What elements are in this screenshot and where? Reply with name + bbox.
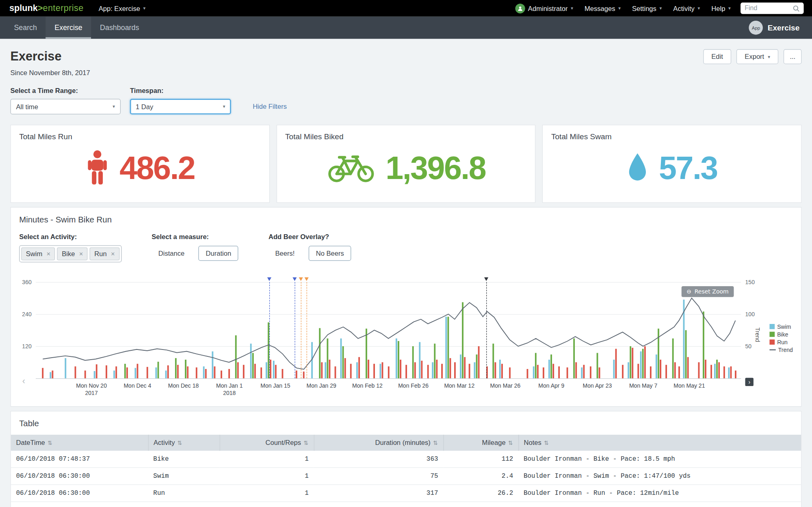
time-range-select[interactable]: All time ▾ <box>10 99 121 114</box>
y-axis-left-label: 240 <box>22 311 31 317</box>
column-header-label: Activity <box>154 439 175 447</box>
remove-token-icon[interactable]: × <box>79 250 83 258</box>
user-menu[interactable]: Administrator ▾ <box>509 0 579 17</box>
chart-controls: Select an Activity: Swim×Bike×Run× Selec… <box>11 224 801 262</box>
right-axis-title: Trend <box>754 328 760 342</box>
app-name: Exercise <box>768 23 800 32</box>
chart-plot[interactable]: ⊖ Reset Zoom ‹ › 36024012015010050Mon No… <box>36 282 741 379</box>
sort-icon: ⇅ <box>48 440 52 447</box>
time-range-label: Select a Time Range: <box>10 87 121 95</box>
table-row[interactable]: 06/10/2018 06:30:00Run131726.2Boulder Ir… <box>11 485 801 502</box>
column-header-duration-minutes[interactable]: Duration (minutes)⇅ <box>314 435 444 451</box>
x-axis-label-line: Mon Jan 15 <box>260 382 290 389</box>
column-header-notes[interactable]: Notes⇅ <box>518 435 801 451</box>
x-axis-label-line: Mon Jan 29 <box>307 382 336 389</box>
annotation-line <box>269 282 270 378</box>
table-row[interactable]: 06/10/2018 07:48:37Bike1363112Boulder Ir… <box>11 451 801 467</box>
edit-button-label: Edit <box>711 53 723 60</box>
menu-label: Activity <box>673 4 694 12</box>
annotation-line <box>486 282 487 378</box>
water-drop-icon <box>627 152 649 183</box>
topbar-menu-activity[interactable]: Activity▾ <box>667 0 706 17</box>
y-axis-right-label: 50 <box>745 343 752 349</box>
app-badge-label: App <box>752 25 760 30</box>
x-axis-label: Mon Dec 18 <box>168 382 199 389</box>
kpi-card-total-miles-run: Total Miles Run486.2 <box>10 125 269 203</box>
annotation-marker-icon <box>305 277 309 281</box>
column-header-count-reps[interactable]: Count/Reps⇅ <box>220 435 314 451</box>
scroll-right-arrow[interactable]: › <box>745 378 754 386</box>
more-button[interactable]: ... <box>784 49 801 64</box>
beer-option-no-beers[interactable]: No Beers <box>309 246 351 261</box>
kpi-card-total-miles-swam: Total Miles Swam57.3 <box>542 125 801 203</box>
legend-swatch <box>769 339 775 345</box>
topbar-menu-settings[interactable]: Settings▾ <box>626 0 667 17</box>
beer-option-beers[interactable]: Beers! <box>269 246 301 260</box>
timespan-select[interactable]: 1 Day ▾ <box>130 99 231 114</box>
beer-options: Beers!No Beers <box>269 245 351 261</box>
x-axis-label-year: 2017 <box>76 389 107 397</box>
time-range-filter: Select a Time Range: All time ▾ <box>10 87 121 114</box>
topbar-menu-messages[interactable]: Messages▾ <box>579 0 626 17</box>
table-cell: 1 <box>220 451 314 467</box>
activity-token-swim[interactable]: Swim× <box>21 247 55 260</box>
topbar-menu-help[interactable]: Help▾ <box>706 0 736 17</box>
column-header-mileage[interactable]: Mileage⇅ <box>443 435 518 451</box>
timespan-value: 1 Day <box>136 103 153 110</box>
chart-legend: SwimBikeRunTrend <box>769 324 793 353</box>
activity-token-box[interactable]: Swim×Bike×Run× <box>19 245 121 262</box>
splunk-logo[interactable]: splunk>enterprise <box>9 3 84 13</box>
table-cell: Boulder Ironman - Run - Pace: 12min/mile <box>518 485 801 502</box>
dashboard-content: Exercise Edit Export▾ ... Since November… <box>0 49 812 507</box>
find-input[interactable]: Find <box>741 2 804 14</box>
app-menu-label: App: Exercise <box>99 4 140 12</box>
reset-zoom-button[interactable]: ⊖ Reset Zoom <box>682 286 734 297</box>
table-cell: Boulder Ironman - Bike - Pace: 18.5 mph <box>518 451 801 467</box>
nav-item-search[interactable]: Search <box>5 17 46 39</box>
column-header-activity[interactable]: Activity⇅ <box>148 435 220 451</box>
legend-label: Bike <box>777 331 788 337</box>
hide-filters-wrap: Hide Filters <box>253 87 287 114</box>
token-label: Run <box>94 250 106 258</box>
nav-item-dashboards[interactable]: Dashboards <box>91 17 148 39</box>
remove-token-icon[interactable]: × <box>111 250 115 258</box>
column-header-datetime[interactable]: DateTime⇅ <box>11 435 148 451</box>
export-button[interactable]: Export▾ <box>736 49 778 64</box>
legend-label: Run <box>777 339 788 345</box>
x-axis-label: Mon May 21 <box>673 382 705 389</box>
kpi-title: Total Miles Swam <box>551 132 793 141</box>
x-axis-label: Mon Mar 26 <box>490 382 521 389</box>
activity-token-bike[interactable]: Bike× <box>57 247 88 260</box>
measure-option-distance[interactable]: Distance <box>152 246 191 260</box>
app-menu[interactable]: App: Exercise ▾ <box>93 0 152 17</box>
app-identity[interactable]: App Exercise <box>749 21 807 35</box>
kpi-body: 1,396.8 <box>285 141 527 195</box>
scroll-left-arrow[interactable]: ‹ <box>22 376 25 386</box>
table-cell: 06/10/2018 06:30:00 <box>11 485 148 502</box>
sort-icon: ⇅ <box>508 440 513 447</box>
edit-button[interactable]: Edit <box>703 49 731 64</box>
activity-token-run[interactable]: Run× <box>90 247 119 260</box>
nav-item-exercise[interactable]: Exercise <box>46 17 91 39</box>
table-cell: 26.2 <box>443 485 518 502</box>
remove-token-icon[interactable]: × <box>46 250 50 258</box>
page-title: Exercise <box>10 49 61 64</box>
chart-panel: Minutes - Swim Bike Run Select an Activi… <box>10 207 801 407</box>
table-row[interactable]: 06/10/2018 06:30:00Swim1752.4Boulder Iro… <box>11 468 801 485</box>
annotation-line <box>307 282 307 378</box>
legend-label: Swim <box>777 324 791 330</box>
x-axis-label: Mon Jan 12018 <box>216 382 243 397</box>
dashboard-subtitle: Since November 8th, 2017 <box>10 69 801 77</box>
table-row[interactable]: 06/09/2018 18:00:00Beer3 <box>11 502 801 507</box>
runner-icon <box>85 149 109 186</box>
table-panel-title: Table <box>11 412 801 429</box>
x-axis-label: Mon Nov 202017 <box>76 382 107 397</box>
x-axis-label-line: Mon Dec 4 <box>123 382 151 389</box>
hide-filters-link[interactable]: Hide Filters <box>253 99 287 114</box>
table-cell: 06/10/2018 07:48:37 <box>11 451 148 467</box>
kpi-card-total-miles-biked: Total Miles Biked1,396.8 <box>276 125 535 203</box>
measure-option-duration[interactable]: Duration <box>199 246 238 261</box>
find-placeholder: Find <box>745 4 757 12</box>
annotation-line <box>301 282 301 378</box>
sort-icon: ⇅ <box>178 440 182 447</box>
